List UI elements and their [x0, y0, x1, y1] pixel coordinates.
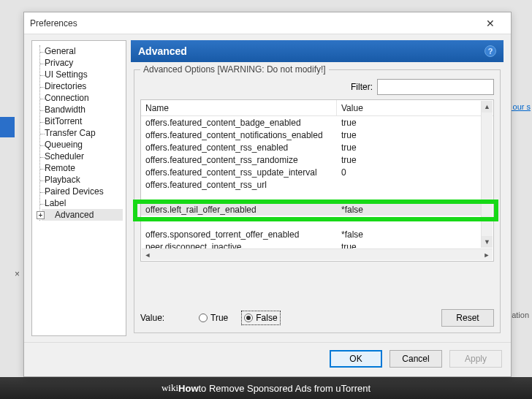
- help-icon[interactable]: ?: [484, 45, 496, 57]
- horizontal-scrollbar[interactable]: ◄ ►: [142, 248, 493, 260]
- tree-item-bandwidth[interactable]: Bandwidth: [42, 104, 123, 115]
- cell-name: offers.featured_content_rss_update_inter…: [141, 167, 337, 178]
- filter-label: Filter:: [351, 82, 373, 92]
- list-header[interactable]: Name Value: [141, 100, 493, 116]
- tree-item-label: Directories: [45, 81, 86, 91]
- cell-value: *false: [337, 229, 482, 240]
- cell-name: offers.sponsored_torrent_offer_enabled: [141, 229, 337, 240]
- filter-input[interactable]: [377, 79, 494, 95]
- tree-item-bittorrent[interactable]: BitTorrent: [42, 115, 123, 127]
- radio-true-label: True: [210, 313, 228, 323]
- tree-item-advanced[interactable]: +Advanced: [42, 209, 123, 221]
- table-row[interactable]: offers.featured_content_rss_enabledtrue: [141, 141, 482, 153]
- radio-false[interactable]: False: [243, 312, 278, 324]
- tree-item-label: Remote: [45, 163, 75, 173]
- tree-item-label: Scheduler: [45, 151, 84, 162]
- vertical-scrollbar[interactable]: ▲ ▼: [481, 101, 493, 248]
- cell-name: offers.featured_content_rss_enabled: [141, 142, 337, 153]
- tree-item-connection[interactable]: Connection: [42, 92, 123, 104]
- tree-item-label: Transfer Cap: [45, 128, 96, 138]
- table-row[interactable]: offers.left_rail_offer_enabled*false: [141, 203, 482, 216]
- tree-item-label: Connection: [45, 93, 89, 103]
- column-value[interactable]: Value: [337, 103, 493, 113]
- radio-false-label: False: [256, 313, 277, 323]
- bg-blue-strip: [0, 117, 15, 137]
- tree-item-label: Label: [45, 198, 66, 208]
- tree-item-general[interactable]: General: [42, 45, 123, 57]
- caption-prefix: wiki: [162, 382, 178, 394]
- tree-item-playback[interactable]: Playback: [42, 174, 123, 186]
- cell-value: true: [337, 118, 482, 128]
- caption-rest: to Remove Sponsored Ads from uTorrent: [199, 383, 371, 394]
- preferences-window: Preferences ✕ GeneralPrivacyUI SettingsD…: [23, 12, 512, 377]
- apply-button[interactable]: Apply: [449, 350, 502, 368]
- filter-row: Filter:: [140, 79, 494, 95]
- ok-button[interactable]: OK: [330, 350, 382, 368]
- radio-true[interactable]: True: [199, 313, 228, 323]
- cell-name: offers.featured_content_badge_enabled: [141, 118, 337, 128]
- table-row[interactable]: offers.sponsored_torrent_offer_enabled*f…: [141, 228, 482, 240]
- column-name[interactable]: Name: [141, 100, 337, 115]
- group-label: Advanced Options [WARNING: Do not modify…: [140, 64, 329, 75]
- tree-item-label: Paired Devices: [45, 186, 104, 197]
- tree-item-label: Bandwidth: [45, 104, 86, 115]
- table-row[interactable]: [141, 191, 482, 203]
- window-title: Preferences: [30, 18, 476, 28]
- radio-true-circle: [199, 314, 208, 322]
- value-editor-row: Value: True False Reset: [140, 309, 494, 327]
- tree-item-label: Playback: [45, 175, 80, 185]
- table-row[interactable]: offers.featured_content_rss_url: [141, 178, 482, 191]
- advanced-options-group: Advanced Options [WARNING: Do not modify…: [134, 69, 501, 333]
- cell-value: true: [337, 142, 482, 153]
- dialog-button-row: OK Cancel Apply: [24, 342, 511, 376]
- close-icon: ✕: [486, 18, 495, 29]
- radio-false-circle: [244, 314, 253, 322]
- panel-heading: Advanced ?: [131, 40, 503, 62]
- tree-item-remote[interactable]: Remote: [42, 162, 123, 174]
- scroll-up-icon[interactable]: ▲: [482, 101, 493, 113]
- tree-item-ui-settings[interactable]: UI Settings: [42, 69, 123, 80]
- bg-partial-close: ×: [15, 269, 20, 279]
- wikihow-caption: wikiHow to Remove Sponsored Ads from uTo…: [0, 377, 532, 399]
- tree-item-label: UI Settings: [45, 69, 88, 80]
- tree-item-label: Advanced: [55, 210, 94, 220]
- tree-expander-icon[interactable]: +: [37, 211, 45, 219]
- cell-name: offers.featured_content_notifications_en…: [141, 130, 337, 140]
- table-row[interactable]: offers.featured_content_notifications_en…: [141, 129, 482, 141]
- tree-item-transfer-cap[interactable]: Transfer Cap: [42, 127, 123, 139]
- titlebar: Preferences ✕: [24, 12, 511, 34]
- preferences-tree[interactable]: GeneralPrivacyUI SettingsDirectoriesConn…: [31, 40, 126, 336]
- close-button[interactable]: ✕: [476, 13, 505, 34]
- advanced-panel: Advanced ? Advanced Options [WARNING: Do…: [131, 40, 503, 336]
- table-row[interactable]: [141, 216, 482, 228]
- scroll-right-icon[interactable]: ►: [481, 249, 493, 261]
- tree-item-label: BitTorrent: [45, 116, 82, 126]
- reset-button[interactable]: Reset: [441, 309, 494, 327]
- value-label: Value:: [140, 313, 184, 323]
- cancel-button[interactable]: Cancel: [390, 350, 442, 368]
- tree-item-paired-devices[interactable]: Paired Devices: [42, 186, 123, 197]
- scroll-down-icon[interactable]: ▼: [482, 236, 493, 248]
- options-list[interactable]: Name Value offers.featured_content_badge…: [140, 99, 494, 262]
- tree-item-queueing[interactable]: Queueing: [42, 139, 123, 151]
- cell-name: offers.featured_content_rss_url: [141, 180, 337, 190]
- tree-item-label: Queueing: [45, 140, 83, 150]
- tree-item-privacy[interactable]: Privacy: [42, 57, 123, 69]
- tree-item-label[interactable]: Label: [42, 197, 123, 209]
- cell-value: *false: [337, 205, 482, 215]
- table-row[interactable]: offers.featured_content_badge_enabledtru…: [141, 116, 482, 129]
- cell-value: true: [337, 130, 482, 140]
- cell-value: 0: [337, 167, 482, 178]
- options-list-wrap: Name Value offers.featured_content_badge…: [140, 99, 494, 302]
- scroll-left-icon[interactable]: ◄: [142, 249, 153, 261]
- caption-mid: How: [178, 383, 198, 394]
- cell-name: offers.left_rail_offer_enabled: [141, 205, 337, 215]
- cell-value: true: [337, 155, 482, 165]
- tree-item-directories[interactable]: Directories: [42, 80, 123, 92]
- window-body: GeneralPrivacyUI SettingsDirectoriesConn…: [24, 34, 511, 339]
- table-row[interactable]: offers.featured_content_rss_update_inter…: [141, 166, 482, 178]
- cell-name: offers.featured_content_rss_randomize: [141, 155, 337, 165]
- tree-item-scheduler[interactable]: Scheduler: [42, 151, 123, 162]
- table-row[interactable]: offers.featured_content_rss_randomizetru…: [141, 153, 482, 166]
- radio-dot-icon: [246, 316, 251, 320]
